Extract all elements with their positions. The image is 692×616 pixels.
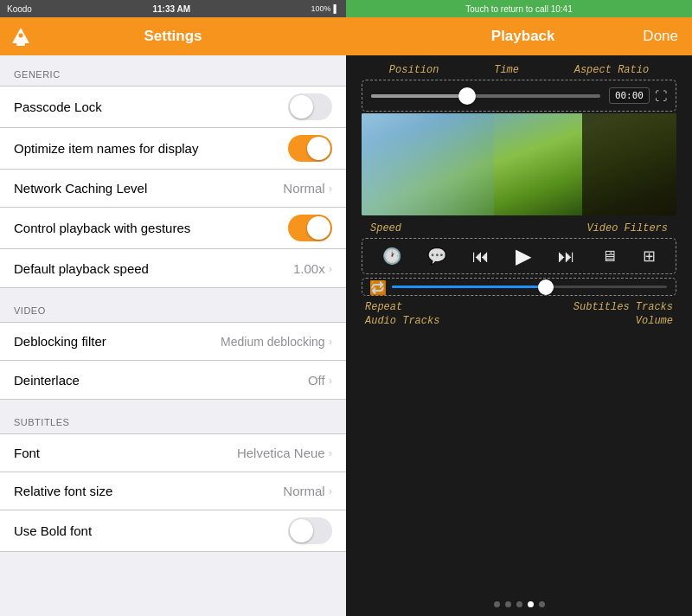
vlc-cone-icon: [9, 24, 33, 48]
speed-label: Speed: [370, 222, 401, 234]
passcode-toggle[interactable]: [288, 93, 332, 120]
volume-fill: [392, 286, 543, 288]
bold-font-toggle[interactable]: [288, 517, 332, 544]
dot-3: [516, 601, 522, 607]
battery-left: 100%: [311, 4, 331, 13]
status-icons-left: 100% ▌: [311, 4, 339, 13]
playback-speed-row[interactable]: Default playback speed 1.00x ›: [0, 249, 346, 287]
status-bar-left: Koodo 11:33 AM 100% ▌: [0, 0, 346, 17]
section-header-generic: GENERIC: [0, 55, 346, 86]
middle-labels-row: Speed Video Filters: [353, 219, 685, 238]
aspect-ratio-label: Aspect Ratio: [574, 64, 649, 76]
skip-forward-icon[interactable]: ⏭: [558, 247, 575, 266]
screen-icon[interactable]: 🖥: [601, 247, 617, 266]
timer-icon[interactable]: 🕐: [382, 247, 401, 266]
passcode-lock-label: Passcode Lock: [14, 99, 102, 114]
speed-chevron: ›: [329, 262, 332, 275]
controls-row: 🕐 💬 ⏮ ▶ ⏭ 🖥 ⊞: [369, 244, 669, 268]
chapters-icon[interactable]: ⊞: [643, 247, 656, 266]
position-label: Position: [389, 64, 439, 76]
font-label: Font: [14, 446, 40, 460]
font-size-label: Relative font size: [14, 484, 112, 498]
gestures-label: Control playback with gestures: [14, 221, 190, 235]
skip-back-icon[interactable]: ⏮: [472, 247, 490, 266]
volume-label: Volume: [636, 315, 673, 327]
volume-track[interactable]: [392, 286, 667, 288]
vlc-back-area[interactable]: [9, 24, 33, 48]
font-size-row[interactable]: Relative font size Normal ›: [0, 472, 346, 510]
bottom-labels-right: Subtitles Tracks Volume: [573, 301, 673, 327]
volume-container: 🔁: [362, 278, 676, 296]
deinterlace-chevron: ›: [329, 374, 332, 387]
section-header-subtitles: SUBTITLES: [0, 400, 346, 433]
svg-point-2: [19, 34, 23, 38]
font-size-chevron: ›: [329, 484, 332, 497]
bold-font-toggle-knob: [290, 519, 313, 542]
deinterlace-label: Deinterlace: [14, 373, 80, 388]
optimize-toggle[interactable]: [288, 135, 332, 162]
subtitles-tracks-label: Subtitles Tracks: [573, 301, 673, 313]
optimize-toggle-knob: [307, 137, 330, 160]
call-banner[interactable]: Touch to return to call 10:41: [465, 4, 572, 14]
volume-thumb[interactable]: [538, 279, 554, 295]
video-thumbnail: [362, 113, 676, 215]
controls-container: 🕐 💬 ⏮ ▶ ⏭ 🖥 ⊞: [362, 238, 676, 274]
network-caching-label: Network Caching Level: [14, 181, 147, 196]
bold-font-label: Use Bold font: [14, 523, 92, 538]
section-header-video: VIDEO: [0, 288, 346, 322]
dot-4-active: [528, 601, 534, 607]
passcode-lock-row: Passcode Lock: [0, 87, 346, 128]
video-dark-right: [582, 113, 676, 215]
bottom-spacer: [0, 552, 346, 578]
gestures-toggle[interactable]: [288, 215, 332, 241]
status-bar-right: Touch to return to call 10:41: [346, 0, 692, 17]
optimize-names-label: Optimize item names for display: [14, 141, 198, 156]
dot-2: [505, 601, 511, 607]
position-slider-container: 00:00 ⛶: [362, 80, 676, 112]
deblocking-row[interactable]: Deblocking filter Medium deblocking ›: [0, 323, 346, 361]
carrier-left: Koodo: [7, 4, 32, 14]
deblocking-label: Deblocking filter: [14, 334, 106, 349]
position-track[interactable]: [371, 94, 600, 98]
font-row[interactable]: Font Helvetica Neue ›: [0, 434, 346, 472]
deblocking-chevron: ›: [329, 335, 332, 348]
dot-1: [494, 601, 500, 607]
deinterlace-row[interactable]: Deinterlace Off ›: [0, 361, 346, 399]
audio-tracks-label: Audio Tracks: [365, 315, 439, 327]
time-display: 00:00: [609, 87, 650, 104]
bottom-labels-left: Repeat Audio Tracks: [365, 301, 439, 327]
time-label: Time: [494, 64, 519, 76]
page-dots: [346, 601, 692, 607]
time-left: 11:33 AM: [152, 4, 190, 14]
playback-content: Position Time Aspect Ratio 00:00 ⛶: [346, 55, 692, 616]
settings-header: Settings: [0, 17, 346, 55]
video-group: Deblocking filter Medium deblocking › De…: [0, 322, 346, 400]
done-button[interactable]: Done: [643, 28, 678, 45]
position-thumb[interactable]: [458, 87, 476, 105]
playback-header: Playback Done: [346, 17, 692, 55]
battery-icon-left: ▌: [334, 4, 339, 13]
subtitles-icon[interactable]: 💬: [427, 247, 446, 266]
slider-row: 00:00 ⛶: [371, 87, 667, 104]
gestures-row: Control playback with gestures: [0, 208, 346, 249]
bottom-labels-row: Repeat Audio Tracks Subtitles Tracks Vol…: [353, 298, 685, 329]
play-icon[interactable]: ▶: [516, 244, 531, 268]
generic-group: Passcode Lock Optimize item names for di…: [0, 86, 346, 288]
bold-font-row: Use Bold font: [0, 510, 346, 551]
repeat-label: Repeat: [365, 301, 439, 313]
gestures-toggle-knob: [307, 216, 330, 240]
svg-rect-1: [16, 43, 25, 46]
subtitles-group: Font Helvetica Neue › Relative font size…: [0, 433, 346, 552]
network-chevron: ›: [329, 182, 332, 195]
playback-speed-label: Default playback speed: [14, 261, 149, 276]
repeat-icon[interactable]: 🔁: [369, 279, 387, 295]
fullscreen-icon[interactable]: ⛶: [655, 89, 667, 103]
optimize-names-row: Optimize item names for display: [0, 128, 346, 170]
settings-title: Settings: [144, 28, 202, 45]
network-caching-value: Normal ›: [283, 181, 332, 196]
top-labels-row: Position Time Aspect Ratio: [353, 64, 685, 78]
network-caching-row[interactable]: Network Caching Level Normal ›: [0, 170, 346, 208]
font-chevron: ›: [329, 446, 332, 459]
passcode-toggle-knob: [290, 95, 313, 119]
dot-5: [539, 601, 545, 607]
